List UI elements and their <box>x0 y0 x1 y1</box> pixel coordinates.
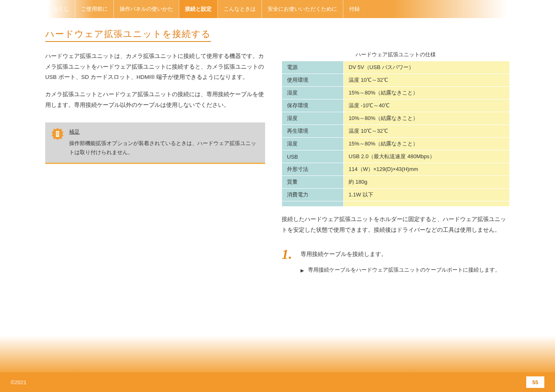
tab-label: 操作パネルの使いかた <box>120 5 173 13</box>
tab-trouble[interactable]: こんなときは <box>218 0 262 18</box>
page-title-text: ハードウェア拡張ユニットを接続する <box>45 29 211 39</box>
note-text: 操作部機能拡張オプションが装着されているときは、ハードウェア拡張ユニットは取り付… <box>69 140 256 155</box>
svg-rect-1 <box>56 131 60 137</box>
note-icon <box>51 127 64 141</box>
step-number: 1. <box>282 247 292 262</box>
table-row: 外形寸法114（W）×129(D)×43(H)mm <box>282 163 510 176</box>
triangle-icon: ▶ <box>301 266 304 274</box>
spec-key: 保存環境 <box>282 99 344 112</box>
spec-key: 質量 <box>282 176 344 189</box>
tab-label: 付録 <box>349 5 360 13</box>
note-box: 補足 操作部機能拡張オプションが装着されているときは、ハードウェア拡張ユニットは… <box>45 122 265 164</box>
page-title: ハードウェア拡張ユニットを接続する <box>45 28 211 42</box>
spec-val <box>344 201 510 207</box>
table-row: 質量約 180g <box>282 176 510 189</box>
page-number: 55 <box>526 376 544 388</box>
table-row: 湿度15%～80%（結露なきこと） <box>282 138 510 150</box>
table-row: USBUSB 2.0（最大転送速度 480Mbps） <box>282 150 510 163</box>
spec-key <box>282 201 344 207</box>
topbar-wrap: もくじ ご使用前に 操作パネルの使いかた 接続と設定 こんなときは 安全にお使い… <box>0 0 555 18</box>
tab-label: 安全にお使いいただくために <box>268 5 337 13</box>
spec-caption: ハードウェア拡張ユニットの仕様 <box>282 51 510 58</box>
tab-label: もくじ <box>53 5 69 13</box>
topbar: もくじ ご使用前に 操作パネルの使いかた 接続と設定 こんなときは 安全にお使い… <box>47 0 508 18</box>
spec-key: 外形寸法 <box>282 163 344 176</box>
spec-val: 温度 10℃～32℃ <box>344 74 510 87</box>
spec-val: DV 5V（USB バスパワー） <box>344 61 510 74</box>
copyright: ©2021 <box>11 379 27 385</box>
intro-paragraph-1: ハードウェア拡張ユニットは、カメラ拡張ユニットに接続して使用する機器です。カメラ… <box>45 51 265 83</box>
spec-val: 温度 -10℃～40℃ <box>344 99 510 112</box>
two-col: ハードウェア拡張ユニットは、カメラ拡張ユニットに接続して使用する機器です。カメラ… <box>45 51 510 274</box>
spec-val: 15%～80%（結露なきこと） <box>344 87 510 99</box>
tab-label: こんなときは <box>224 5 256 13</box>
spec-key: 湿度 <box>282 87 344 99</box>
table-row <box>282 201 510 207</box>
spec-key: 湿度 <box>282 138 344 150</box>
step-1-heading: 1. 専用接続ケーブルを接続します。 <box>282 247 510 262</box>
table-row: 電源DV 5V（USB バスパワー） <box>282 61 510 74</box>
spec-key: 再生環境 <box>282 125 344 138</box>
left-column: ハードウェア拡張ユニットは、カメラ拡張ユニットに接続して使用する機器です。カメラ… <box>45 51 265 274</box>
step-text: 専用接続ケーブルを接続します。 <box>301 251 387 258</box>
table-row: 保存環境温度 -10℃～40℃ <box>282 99 510 112</box>
right-column: ハードウェア拡張ユニットの仕様 電源DV 5V（USB バスパワー） 使用環境温… <box>282 51 510 274</box>
spec-val: 1.1W 以下 <box>344 189 510 201</box>
table-row: 湿度15%～80%（結露なきこと） <box>282 87 510 99</box>
table-row: 消費電力1.1W 以下 <box>282 189 510 201</box>
spec-val: 温度 10℃～32℃ <box>344 125 510 138</box>
spec-key: 消費電力 <box>282 189 344 201</box>
table-row: 再生環境温度 10℃～32℃ <box>282 125 510 138</box>
spec-key: 使用環境 <box>282 74 344 87</box>
tab-safety[interactable]: 安全にお使いいただくために <box>262 0 343 18</box>
right-paragraph: 接続したハードウェア拡張ユニットをホルダーに固定すると、ハードウェア拡張ユニット… <box>282 214 510 235</box>
tab-label: ご使用前に <box>81 5 108 13</box>
table-row: 湿度10%～80%（結露なきこと） <box>282 112 510 125</box>
page-body: ハードウェア拡張ユニットを接続する ハードウェア拡張ユニットは、カメラ拡張ユニッ… <box>45 28 510 274</box>
spec-key: 電源 <box>282 61 344 74</box>
tab-before-use[interactable]: ご使用前に <box>75 0 114 18</box>
tab-appendix[interactable]: 付録 <box>343 0 365 18</box>
intro-paragraph-2: カメラ拡張ユニットとハードウェア拡張ユニットの接続には、専用接続ケーブルを使用し… <box>45 89 265 110</box>
spec-val: 15%～80%（結露なきこと） <box>344 138 510 150</box>
spec-val: 10%～80%（結露なきこと） <box>344 112 510 125</box>
bottom-fade <box>0 335 555 372</box>
tab-toc[interactable]: もくじ <box>47 0 75 18</box>
substep-text: 専用接続ケーブルをハードウェア拡張ユニットのケーブルポートに接続します。 <box>308 266 500 274</box>
spec-val: 約 180g <box>344 176 510 189</box>
note-body: 補足 操作部機能拡張オプションが装着されているときは、ハードウェア拡張ユニットは… <box>69 127 259 157</box>
spec-key: USB <box>282 150 344 163</box>
tab-connect[interactable]: 接続と設定 <box>179 0 218 18</box>
spec-val: 114（W）×129(D)×43(H)mm <box>344 163 510 176</box>
tab-label: 接続と設定 <box>185 5 212 13</box>
footer-bar: ©2021 55 <box>0 372 555 392</box>
substep-item: ▶ 専用接続ケーブルをハードウェア拡張ユニットのケーブルポートに接続します。 <box>301 266 510 274</box>
spec-val: USB 2.0（最大転送速度 480Mbps） <box>344 150 510 163</box>
table-row: 使用環境温度 10℃～32℃ <box>282 74 510 87</box>
note-title: 補足 <box>69 127 80 137</box>
spec-table: 電源DV 5V（USB バスパワー） 使用環境温度 10℃～32℃ 湿度15%～… <box>282 61 510 207</box>
spec-key: 湿度 <box>282 112 344 125</box>
tab-panel[interactable]: 操作パネルの使いかた <box>114 0 179 18</box>
